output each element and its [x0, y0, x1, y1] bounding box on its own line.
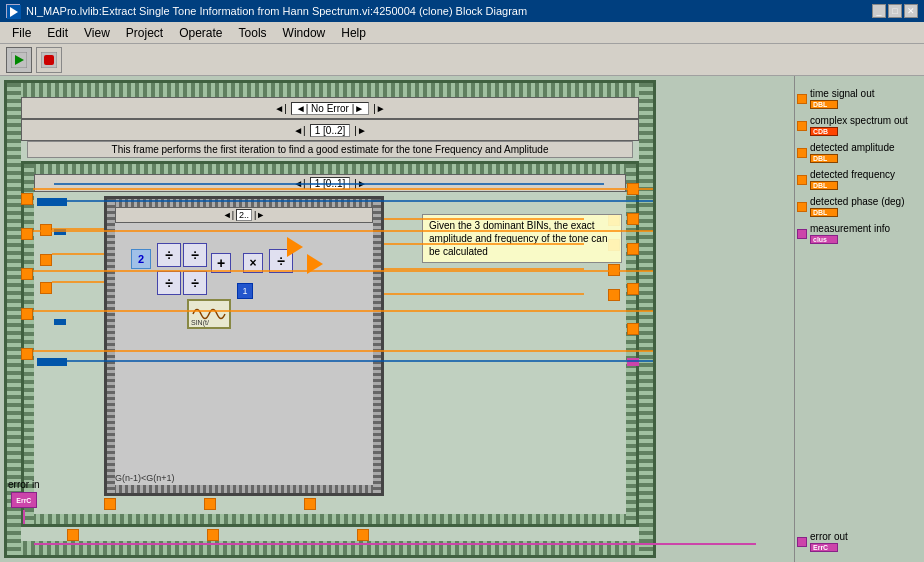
im-hatch-top: [107, 199, 381, 207]
menu-file[interactable]: File: [4, 24, 39, 42]
terminal-row-detected-frequency: detected frequency DBL: [797, 169, 922, 190]
frame-description: This frame performs the first iteration …: [27, 141, 633, 158]
outer-bottom-conn-3[interactable]: [357, 529, 369, 541]
frame-selector-3: ◄| 2.. |►: [115, 207, 373, 223]
outer-left-conn-5[interactable]: [21, 348, 33, 360]
divide-block-3[interactable]: ÷: [157, 271, 181, 295]
measurement-info-label: measurement info: [810, 223, 890, 234]
menu-operate[interactable]: Operate: [171, 24, 230, 42]
left-connector-3[interactable]: [40, 282, 52, 294]
outer-right-conn-2[interactable]: [627, 213, 639, 225]
outer-right-conn-3[interactable]: [627, 243, 639, 255]
constant-1[interactable]: 1: [237, 283, 253, 299]
maximize-button[interactable]: □: [888, 4, 902, 18]
sine-wave-block[interactable]: SIN(t/: [187, 299, 231, 329]
detected-phase-connector[interactable]: [797, 202, 807, 212]
right-panel-spacer: [797, 248, 922, 527]
multiply-block[interactable]: ×: [243, 253, 263, 273]
error-out-type: ErrC: [810, 543, 838, 552]
error-in-area: error in ErrC: [8, 479, 40, 524]
frame-next-3[interactable]: |►: [254, 210, 265, 220]
frame-prev-3[interactable]: ◄|: [223, 210, 234, 220]
menu-tools[interactable]: Tools: [231, 24, 275, 42]
close-button[interactable]: ✕: [904, 4, 918, 18]
measurement-info-connector[interactable]: [797, 229, 807, 239]
inner-hatch-top: [24, 164, 636, 174]
frame-value-2[interactable]: 1 [0..1]: [310, 177, 351, 190]
comparator-block-1[interactable]: [287, 237, 303, 257]
detected-amplitude-connector[interactable]: [797, 148, 807, 158]
outer-purple-conn[interactable]: [627, 358, 639, 366]
left-connector-2[interactable]: [40, 254, 52, 266]
left-connector-1[interactable]: [40, 224, 52, 236]
menu-help[interactable]: Help: [333, 24, 374, 42]
frame-value-1[interactable]: 1 [0..2]: [310, 124, 351, 137]
outer-blue-conn-2[interactable]: [37, 358, 67, 366]
menu-bar: File Edit View Project Operate Tools Win…: [0, 22, 924, 44]
outer-left-conn-1[interactable]: [21, 193, 33, 205]
frame-value-0[interactable]: ◄| No Error |►: [291, 102, 369, 115]
frame-next-1[interactable]: |►: [354, 125, 367, 136]
hatch-top: [7, 83, 653, 97]
frame-prev-1[interactable]: ◄|: [293, 125, 306, 136]
block-diagram-area: error in ErrC ◄| ◄| No Error |► |► ◄|: [0, 76, 924, 562]
terminal-row-measurement-info: measurement info clus: [797, 223, 922, 244]
right-connector-3[interactable]: [608, 264, 620, 276]
stop-button[interactable]: [36, 47, 62, 73]
terminal-row-detected-phase: detected phase (deg) DBL: [797, 196, 922, 217]
bottom-connector-3[interactable]: [304, 498, 316, 510]
outer-right-conn-4[interactable]: [627, 283, 639, 295]
bottom-connector-2[interactable]: [204, 498, 216, 510]
frame-prev-2[interactable]: ◄|: [293, 178, 306, 189]
divide-block-2[interactable]: ÷: [183, 243, 207, 267]
frame-next-0[interactable]: |►: [373, 103, 386, 114]
run-button[interactable]: [6, 47, 32, 73]
outer-left-conn-4[interactable]: [21, 308, 33, 320]
toolbar: [0, 44, 924, 76]
svg-rect-5: [44, 55, 54, 65]
minimize-button[interactable]: _: [872, 4, 886, 18]
time-signal-connector[interactable]: [797, 94, 807, 104]
titlebar: NI_MAPro.lvlib:Extract Single Tone Infor…: [0, 0, 924, 22]
inner-frame: ◄| 1 [0..1] |► ◄| 2.. |►: [21, 161, 639, 527]
divide-block-4[interactable]: ÷: [183, 271, 207, 295]
outer-right-conn-5[interactable]: [627, 323, 639, 335]
right-connector-4[interactable]: [608, 289, 620, 301]
detected-frequency-label: detected frequency: [810, 169, 895, 180]
outer-left-conn-2[interactable]: [21, 228, 33, 240]
time-signal-label: time signal out: [810, 88, 874, 99]
frame-selector-2: ◄| 1 [0..1] |►: [34, 174, 626, 192]
outer-blue-conn-1[interactable]: [37, 198, 67, 206]
detected-frequency-type: DBL: [810, 181, 838, 190]
outer-bottom-conn-2[interactable]: [207, 529, 219, 541]
frame-prev-0[interactable]: ◄|: [274, 103, 287, 114]
error-out-connector[interactable]: [797, 537, 807, 547]
error-out-label: error out: [810, 531, 848, 542]
blue-connector-2[interactable]: [54, 319, 66, 325]
block-diagram-canvas[interactable]: ◄| ◄| No Error |► |► ◄| 1 [0..2] |► This…: [0, 76, 794, 562]
complex-spectrum-connector[interactable]: [797, 121, 807, 131]
complex-spectrum-label: complex spectrum out: [810, 115, 908, 126]
blue-connector-1[interactable]: [54, 229, 66, 235]
comparator-block-2[interactable]: [307, 254, 323, 274]
inner-hatch-bottom: [24, 514, 636, 524]
menu-edit[interactable]: Edit: [39, 24, 76, 42]
menu-window[interactable]: Window: [275, 24, 334, 42]
outer-right-conn-1[interactable]: [627, 183, 639, 195]
error-in-terminal[interactable]: ErrC: [11, 492, 37, 508]
detected-frequency-connector[interactable]: [797, 175, 807, 185]
outer-frame: ◄| ◄| No Error |► |► ◄| 1 [0..2] |► This…: [4, 80, 656, 558]
measurement-info-type: clus: [810, 235, 838, 244]
outer-left-conn-3[interactable]: [21, 268, 33, 280]
frame-value-3[interactable]: 2..: [236, 209, 252, 221]
app-icon: [6, 4, 20, 18]
error-in-label: error in: [8, 479, 40, 490]
constant-2[interactable]: 2: [131, 249, 151, 269]
menu-view[interactable]: View: [76, 24, 118, 42]
bottom-connector-1[interactable]: [104, 498, 116, 510]
frame-next-2[interactable]: |►: [354, 178, 367, 189]
menu-project[interactable]: Project: [118, 24, 171, 42]
add-block[interactable]: +: [211, 253, 231, 273]
divide-block-1[interactable]: ÷: [157, 243, 181, 267]
outer-bottom-conn-1[interactable]: [67, 529, 79, 541]
